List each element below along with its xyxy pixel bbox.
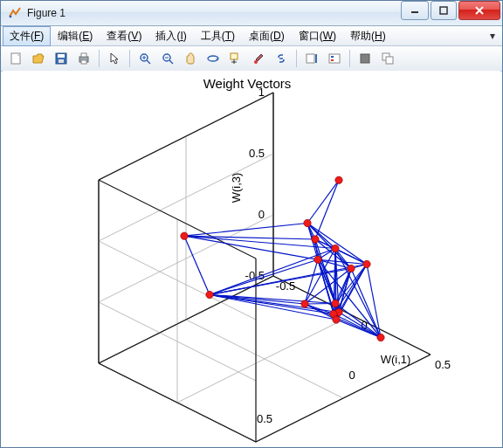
- figure-window: Figure 1 文件(F) 编辑(E) 查看(V) 插入(I) 工具(T) 桌…: [0, 0, 503, 448]
- menu-view[interactable]: 查看(V): [100, 26, 148, 46]
- menubar: 文件(F) 编辑(E) 查看(V) 插入(I) 工具(T) 桌面(D) 窗口(W…: [1, 26, 502, 46]
- svg-point-161: [377, 334, 384, 341]
- svg-rect-20: [231, 53, 238, 59]
- menu-desktop[interactable]: 桌面(D): [242, 26, 292, 46]
- svg-point-23: [254, 60, 258, 64]
- svg-line-17: [169, 60, 173, 64]
- svg-point-158: [206, 291, 213, 298]
- svg-rect-27: [329, 54, 340, 63]
- rotate3d-button[interactable]: [203, 48, 224, 69]
- svg-text:W(i,3): W(i,3): [230, 173, 243, 203]
- menu-edit[interactable]: 编辑(E): [51, 26, 100, 46]
- pointer-button[interactable]: [104, 48, 125, 69]
- svg-point-153: [332, 245, 339, 252]
- menu-insert[interactable]: 插入(I): [148, 26, 193, 46]
- maximize-button[interactable]: [431, 1, 457, 20]
- svg-text:0.5: 0.5: [257, 412, 272, 425]
- svg-rect-26: [315, 54, 317, 63]
- svg-rect-30: [361, 54, 369, 63]
- svg-text:0: 0: [258, 208, 265, 221]
- svg-line-144: [305, 304, 335, 305]
- colorbar-button[interactable]: [301, 48, 322, 69]
- minimize-button[interactable]: [401, 1, 429, 20]
- datacursor-button[interactable]: [225, 48, 246, 69]
- svg-point-151: [312, 236, 319, 243]
- svg-point-163: [333, 316, 340, 323]
- titlebar[interactable]: Figure 1: [1, 1, 502, 26]
- plot-area[interactable]: -0.500.51-0.500.500.51W(i,3)W(i,1)W(i,2)…: [3, 71, 500, 445]
- svg-point-152: [181, 232, 188, 239]
- svg-rect-10: [81, 53, 86, 57]
- svg-text:Weight Vectors: Weight Vectors: [203, 76, 292, 91]
- open-button[interactable]: [28, 48, 49, 69]
- svg-point-154: [363, 260, 370, 267]
- pan-button[interactable]: [180, 48, 201, 69]
- menu-help[interactable]: 帮助(H): [343, 26, 393, 46]
- svg-line-79: [307, 180, 339, 223]
- menu-tools[interactable]: 工具(T): [194, 26, 242, 46]
- plot-3d: -0.500.51-0.500.500.51W(i,3)W(i,1)W(i,2)…: [3, 71, 500, 446]
- svg-point-156: [348, 265, 355, 272]
- print-button[interactable]: [73, 48, 94, 69]
- save-button[interactable]: [51, 48, 72, 69]
- svg-point-150: [304, 219, 311, 226]
- svg-line-119: [318, 259, 335, 303]
- zoom-out-button[interactable]: [157, 48, 178, 69]
- svg-point-149: [335, 176, 342, 183]
- svg-text:0.5: 0.5: [249, 147, 265, 160]
- svg-text:W(i,1): W(i,1): [381, 353, 411, 366]
- svg-rect-11: [81, 60, 86, 64]
- svg-rect-2: [440, 7, 447, 14]
- svg-rect-7: [58, 54, 65, 58]
- menu-overflow-icon[interactable]: ▾: [490, 30, 495, 42]
- legend-button[interactable]: [324, 48, 345, 69]
- menu-file[interactable]: 文件(F): [3, 26, 51, 46]
- window-title: Figure 1: [27, 7, 401, 19]
- svg-rect-8: [59, 59, 64, 63]
- hideplottools-button[interactable]: [355, 48, 376, 69]
- brush-button[interactable]: [248, 48, 269, 69]
- close-button[interactable]: [458, 1, 500, 20]
- zoom-in-button[interactable]: [134, 48, 155, 69]
- svg-text:0.5: 0.5: [435, 358, 451, 371]
- svg-text:0: 0: [348, 369, 355, 382]
- showplottools-button[interactable]: [377, 48, 398, 69]
- toolbar: [1, 46, 502, 72]
- svg-rect-25: [307, 54, 314, 63]
- svg-point-160: [332, 300, 339, 307]
- svg-rect-32: [386, 57, 393, 64]
- matlab-figure-icon: [8, 6, 22, 20]
- svg-line-13: [147, 60, 150, 64]
- link-button[interactable]: [271, 48, 292, 69]
- new-figure-button[interactable]: [5, 48, 26, 69]
- menu-window[interactable]: 窗口(W): [292, 26, 343, 46]
- svg-point-0: [10, 16, 12, 18]
- svg-point-162: [301, 300, 308, 307]
- svg-point-155: [314, 256, 321, 263]
